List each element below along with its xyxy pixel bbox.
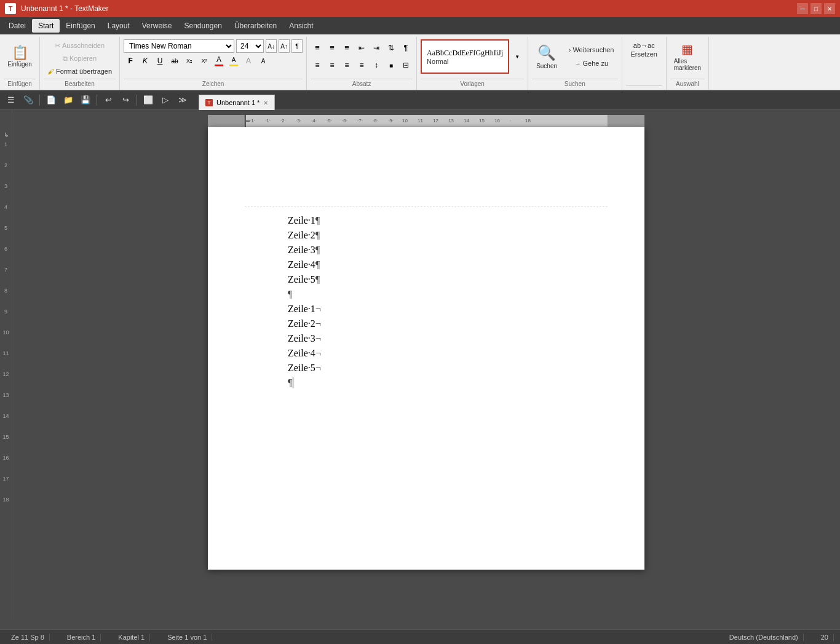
pilcrow-toggle-button[interactable]: ¶: [291, 39, 303, 53]
font-effect-button[interactable]: A: [242, 54, 255, 68]
ruler-v-5: 5: [0, 224, 12, 245]
font-size-increase-button[interactable]: A↑: [279, 39, 290, 53]
gehe-zu-button[interactable]: → Gehe zu: [565, 57, 617, 69]
ruler-mark-v-arrow: ↳: [0, 128, 12, 141]
maximize-button[interactable]: □: [810, 3, 822, 14]
ribbon: 📋 Einfügen Einfügen ✂ Ausschneiden ⧉ Kop…: [0, 34, 840, 90]
toolbar-attach-button[interactable]: 📎: [21, 93, 36, 108]
caps-button[interactable]: A: [256, 54, 270, 68]
content-area[interactable]: ·1· ·1· ·2· ·3· ·4· ·5· ·6· ·7· ·8· ·9· …: [12, 110, 840, 619]
suchen-button[interactable]: 🔍 Suchen: [532, 39, 561, 74]
font-size-select[interactable]: 24 10 12 14 16 18 20 28: [236, 39, 264, 53]
toolbar-undo-button[interactable]: ↩: [101, 93, 116, 108]
alles-markieren-label: Allesmarkieren: [674, 58, 701, 71]
vorlagen-group-label: Vorlagen: [421, 79, 524, 88]
toolbar-arrows-button[interactable]: ≫: [175, 93, 190, 108]
menu-einfuegen[interactable]: Einfügen: [60, 19, 101, 33]
toolbar-open-button[interactable]: 📁: [61, 93, 76, 108]
ruler-v-7: 7: [0, 266, 12, 287]
tab-close-button[interactable]: ✕: [263, 100, 268, 106]
toolbar-play-button[interactable]: ▷: [158, 93, 173, 108]
minimize-button[interactable]: ─: [797, 3, 808, 14]
styles-preview[interactable]: AaBbCcDdEeFfGgHhIiJj Normal: [421, 39, 509, 74]
align-justify-button[interactable]: ≡: [355, 58, 368, 72]
bearbeiten-group-label: Bearbeiten: [44, 79, 116, 88]
italic-button[interactable]: K: [138, 54, 152, 68]
ruler-v-14: 14: [0, 412, 12, 433]
ordered-list-button[interactable]: ≡: [325, 41, 339, 55]
absatz-group-label: Absatz: [311, 79, 413, 88]
styles-more-button[interactable]: ▼: [510, 50, 524, 63]
toolbar-save-button[interactable]: 💾: [78, 93, 93, 108]
increase-indent-button[interactable]: ⇥: [370, 41, 383, 55]
einfuegen-button[interactable]: 📋 Einfügen: [4, 39, 36, 74]
bold-button[interactable]: F: [124, 54, 137, 68]
top-ruler: ·1· ·1· ·2· ·3· ·4· ·5· ·6· ·7· ·8· ·9· …: [208, 115, 644, 127]
shading-button[interactable]: ■: [384, 58, 398, 72]
doc-line-5: Zeile·5¶: [288, 272, 565, 287]
toolbar-cursor-button[interactable]: ⬜: [141, 93, 156, 108]
unordered-list-button[interactable]: ≡: [311, 41, 324, 55]
toolbar-menu-button[interactable]: ☰: [4, 93, 18, 108]
border-button[interactable]: ⊟: [399, 58, 413, 72]
menu-layout[interactable]: Layout: [101, 19, 136, 33]
ersetzen-label: Ersetzen: [631, 50, 657, 58]
ribbon-group-suchen: 🔍 Suchen › Weitersuchen → Gehe zu: [528, 37, 622, 90]
status-section: Bereich 1: [62, 634, 101, 641]
toolbar-new-button[interactable]: 📄: [44, 93, 58, 108]
ruler-v-3: 3: [0, 183, 12, 203]
highlight-button[interactable]: A: [227, 54, 240, 68]
menu-ansicht[interactable]: Ansicht: [283, 19, 319, 33]
ruler-v-18: 18: [0, 496, 12, 517]
ersetzen-button[interactable]: ab→ac Ersetzen: [626, 39, 662, 60]
status-position: Ze 11 Sp 8: [6, 634, 50, 641]
ribbon-group-vorlagen: AaBbCcDdEeFfGgHhIiJj Normal ▼ Vorlagen: [417, 37, 528, 90]
einfuegen-group-label: Einfügen: [4, 79, 36, 88]
menu-start[interactable]: Start: [32, 19, 60, 33]
document-page[interactable]: Zeile·1¶ Zeile·2¶ Zeile·3¶ Zeile·4¶ Zeil…: [208, 127, 644, 570]
suchen-label: Suchen: [536, 63, 557, 69]
font-color-button[interactable]: A: [212, 54, 226, 68]
format-uebertragen-label: Format übertragen: [56, 68, 112, 75]
subscript-button[interactable]: X₂: [183, 54, 196, 68]
strikethrough-button[interactable]: ab: [168, 54, 181, 68]
menu-datei[interactable]: Datei: [2, 19, 32, 33]
styles-preview-text: AaBbCcDdEeFfGgHhIiJj: [427, 49, 503, 58]
kopieren-button[interactable]: ⧉ Kopieren: [44, 52, 116, 65]
line-spacing-button[interactable]: ↕: [370, 58, 383, 72]
menu-bar: Datei Start Einfügen Layout Verweise Sen…: [0, 17, 840, 34]
toolbar-redo-button[interactable]: ↪: [118, 93, 133, 108]
ruler-v-4: 4: [0, 203, 12, 224]
window-controls: ─ □ ✕: [797, 3, 835, 14]
sort-button[interactable]: ⇅: [384, 41, 398, 55]
decrease-indent-button[interactable]: ⇤: [355, 41, 368, 55]
menu-ueberarbeiten[interactable]: Überarbeiten: [228, 19, 283, 33]
underline-button[interactable]: U: [153, 54, 167, 68]
show-formatting-button[interactable]: ¶: [399, 41, 413, 55]
doc-line-10: Zeile·4¬: [288, 346, 565, 361]
ersetzen-group-label: [626, 85, 662, 88]
format-uebertragen-button[interactable]: 🖌 Format übertragen: [44, 65, 116, 77]
superscript-button[interactable]: X²: [197, 54, 211, 68]
doc-line-4: Zeile·4¶: [288, 257, 565, 272]
alles-markieren-button[interactable]: ▦ Allesmarkieren: [670, 39, 705, 74]
align-right-button[interactable]: ≡: [340, 58, 354, 72]
font-name-select[interactable]: Times New Roman Arial Helvetica: [124, 39, 234, 53]
menu-verweise[interactable]: Verweise: [136, 19, 178, 33]
doc-line-3: Zeile·3¶: [288, 243, 565, 257]
align-left-button[interactable]: ≡: [311, 58, 324, 72]
ruler-v-16: 16: [0, 454, 12, 475]
weitersuchen-button[interactable]: › Weitersuchen: [565, 44, 617, 56]
ausschneiden-button[interactable]: ✂ Ausschneiden: [44, 39, 116, 52]
align-center-button[interactable]: ≡: [325, 58, 339, 72]
close-button[interactable]: ✕: [824, 3, 835, 14]
menu-sendungen[interactable]: Sendungen: [178, 19, 228, 33]
doc-line-1: Zeile·1¶: [288, 213, 565, 228]
list-style-button[interactable]: ≡: [340, 41, 354, 55]
font-size-decrease-button[interactable]: A↓: [266, 39, 277, 53]
ruler-v-17: 17: [0, 475, 12, 496]
ruler-v-9: 9: [0, 308, 12, 329]
ribbon-group-einfuegen: 📋 Einfügen Einfügen: [0, 37, 40, 90]
doc-line-11: Zeile·5¬: [288, 361, 565, 375]
active-tab-label: Unbenannt 1 *: [216, 99, 260, 106]
